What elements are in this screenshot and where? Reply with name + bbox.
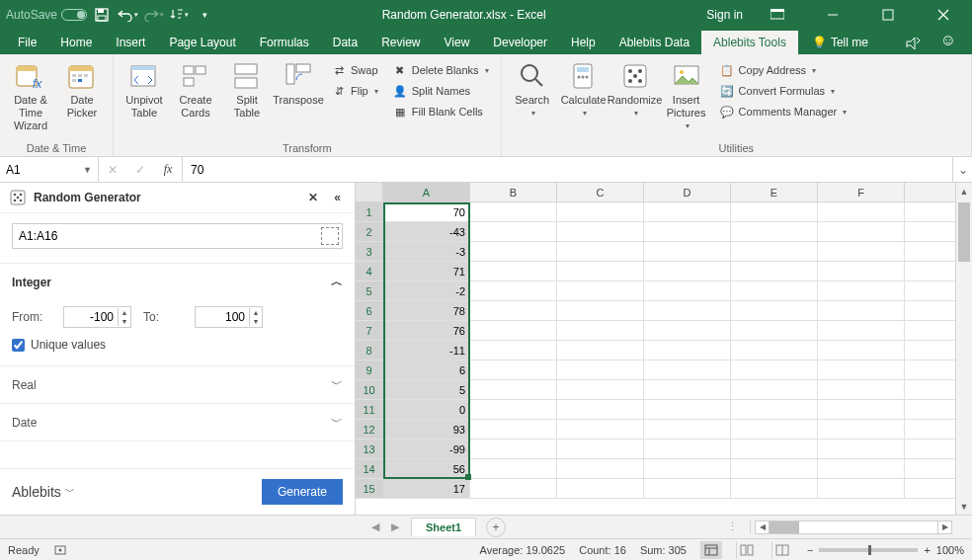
cell[interactable] [470, 440, 557, 458]
ablebits-brand[interactable]: Ablebits ﹀ [12, 484, 75, 500]
cell[interactable] [644, 202, 731, 221]
row-header[interactable]: 15 [356, 479, 383, 498]
signin-link[interactable]: Sign in [706, 8, 743, 22]
tell-me[interactable]: 💡Tell me [802, 31, 878, 54]
calculate-button[interactable]: Calculate▾ [559, 58, 608, 120]
cell[interactable] [731, 202, 818, 221]
unique-values-checkbox[interactable]: Unique values [12, 338, 343, 352]
cell[interactable] [644, 321, 731, 340]
date-picker-button[interactable]: Date Picker [57, 58, 107, 121]
row-header[interactable]: 2 [356, 222, 383, 241]
sheet-tab-sheet1[interactable]: Sheet1 [411, 518, 476, 536]
cell[interactable]: -11 [383, 341, 470, 360]
cell[interactable] [470, 459, 557, 478]
tab-home[interactable]: Home [48, 31, 104, 54]
cell[interactable] [731, 479, 818, 498]
ribbon-display-button[interactable] [757, 1, 798, 29]
cell[interactable] [644, 479, 731, 498]
cell[interactable] [470, 321, 557, 340]
cell[interactable] [644, 222, 731, 241]
minimize-button[interactable] [812, 1, 853, 29]
zoom-slider[interactable] [819, 548, 918, 552]
vertical-scrollbar[interactable]: ▲ ▼ [955, 183, 972, 515]
cell[interactable]: 78 [383, 301, 470, 320]
cell[interactable] [818, 380, 905, 399]
cell[interactable] [818, 479, 905, 498]
row-header[interactable]: 5 [356, 281, 383, 300]
flip-button[interactable]: ⇵Flip▾ [327, 81, 382, 101]
cell[interactable] [557, 202, 644, 221]
spin-up[interactable]: ▲ [119, 308, 130, 317]
search-button[interactable]: Search▾ [508, 58, 557, 120]
comments-manager-button[interactable]: 💬Comments Manager▾ [715, 102, 851, 121]
convert-formulas-button[interactable]: 🔄Convert Formulas▾ [715, 81, 851, 101]
page-break-view-button[interactable] [771, 541, 793, 559]
col-header-a[interactable]: A [383, 183, 470, 201]
add-sheet-button[interactable]: + [486, 518, 506, 537]
cell[interactable] [818, 341, 905, 360]
cell[interactable]: 93 [383, 420, 470, 439]
cell[interactable] [470, 301, 557, 320]
split-table-button[interactable]: Split Table [222, 58, 272, 121]
tab-pagelayout[interactable]: Page Layout [157, 31, 247, 54]
cell[interactable] [731, 440, 818, 458]
maximize-button[interactable] [867, 1, 909, 29]
row-header[interactable]: 14 [356, 459, 383, 478]
cell[interactable] [731, 222, 818, 241]
cell[interactable] [818, 262, 905, 280]
row-header[interactable]: 3 [356, 242, 383, 261]
cell[interactable]: 71 [383, 262, 470, 280]
cell[interactable] [644, 242, 731, 261]
cell[interactable] [644, 301, 731, 320]
sheet-splitter[interactable]: ⋮ [717, 520, 751, 533]
delete-blanks-button[interactable]: ✖Delete Blanks▾ [388, 60, 493, 80]
cell[interactable] [731, 420, 818, 439]
cell[interactable]: 6 [383, 360, 470, 379]
cell[interactable] [644, 281, 731, 300]
scroll-right-icon[interactable]: ▶ [937, 521, 951, 533]
normal-view-button[interactable] [700, 541, 722, 559]
cell[interactable] [644, 400, 731, 419]
cell[interactable] [731, 341, 818, 360]
zoom-out-button[interactable]: − [807, 544, 813, 556]
cell[interactable] [470, 400, 557, 419]
col-header-e[interactable]: E [731, 183, 818, 201]
cell[interactable] [557, 262, 644, 280]
hscroll-thumb[interactable] [770, 521, 799, 533]
cell[interactable]: 17 [383, 479, 470, 498]
tab-data[interactable]: Data [321, 31, 369, 54]
swap-button[interactable]: ⇄Swap [327, 60, 382, 80]
cell[interactable] [731, 459, 818, 478]
sort-button[interactable]: ▾ [168, 4, 190, 26]
enter-formula-button[interactable]: ✓ [126, 163, 154, 177]
cell[interactable] [731, 400, 818, 419]
cell[interactable]: 70 [383, 202, 470, 221]
cell[interactable]: -3 [383, 242, 470, 261]
sheet-nav-next[interactable]: ▶ [385, 520, 405, 533]
col-header-d[interactable]: D [644, 183, 731, 201]
scroll-down-icon[interactable]: ▼ [956, 498, 972, 515]
row-header[interactable]: 12 [356, 420, 383, 439]
col-header-f[interactable]: F [818, 183, 905, 201]
cell[interactable] [818, 420, 905, 439]
cell[interactable] [731, 301, 818, 320]
cell[interactable] [557, 242, 644, 261]
cell[interactable] [731, 242, 818, 261]
cell[interactable] [470, 222, 557, 241]
cell[interactable] [470, 262, 557, 280]
range-input[interactable] [12, 223, 343, 249]
sheet-nav-prev[interactable]: ◀ [365, 520, 385, 533]
cell[interactable] [557, 440, 644, 458]
cell[interactable] [557, 341, 644, 360]
cell[interactable] [644, 420, 731, 439]
cell[interactable] [470, 420, 557, 439]
cell[interactable] [470, 281, 557, 300]
row-header[interactable]: 11 [356, 400, 383, 419]
cell[interactable] [644, 380, 731, 399]
cell[interactable] [644, 360, 731, 379]
cell[interactable] [818, 360, 905, 379]
cell[interactable] [818, 202, 905, 221]
spin-down[interactable]: ▼ [250, 317, 262, 326]
col-header-b[interactable]: B [470, 183, 557, 201]
split-names-button[interactable]: 👤Split Names [388, 81, 493, 101]
